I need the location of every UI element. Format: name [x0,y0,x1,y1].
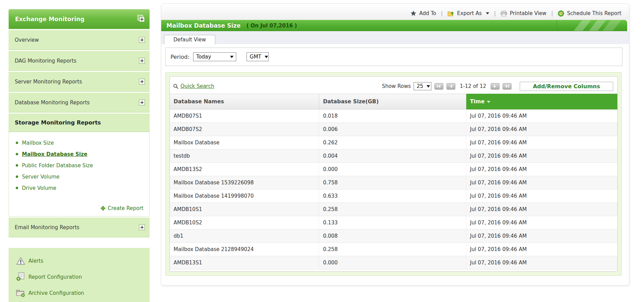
table-row[interactable]: Mailbox Database 15392260980.758Jul 07, … [170,176,617,189]
chevron-down-icon [230,56,233,58]
expand-icon[interactable] [139,224,145,230]
column-header-database-size[interactable]: Database Size(GB) [319,94,466,109]
sort-desc-icon [487,101,490,103]
table-row[interactable]: AMDB13S20.000Jul 07, 2016 09:46 AM [170,163,617,176]
db-size-cell: 0.633 [319,189,466,203]
table-row[interactable]: AMDB07S10.018Jul 07, 2016 09:46 AM [170,109,617,123]
timezone-select[interactable]: GMT [247,52,269,61]
report-title: Mailbox Database Size [166,22,241,29]
db-name-cell: AMDB10S2 [170,216,319,229]
sidebar-item-dag-monitoring[interactable]: DAG Monitoring Reports [9,51,150,71]
table-row[interactable]: AMDB07S20.006Jul 07, 2016 09:46 AM [170,123,617,136]
table-row[interactable]: Mailbox Database 14199980700.633Jul 07, … [170,189,617,203]
titlebar-decoration [557,20,627,31]
db-size-cell: 0.000 [319,256,466,270]
sidebar-header[interactable]: Exchange Monitoring [9,9,150,29]
expand-icon[interactable] [139,37,145,43]
column-header-database-names[interactable]: Database Names [170,94,319,109]
time-cell: Jul 07, 2016 09:46 AM [466,229,617,243]
plus-icon [101,206,105,211]
period-select[interactable]: Today [193,52,236,61]
previous-page-button[interactable] [446,83,455,90]
table-row[interactable]: AMDB10S20.133Jul 07, 2016 09:46 AM [170,216,617,229]
db-name-cell: Mailbox Database 1539226098 [170,176,319,189]
create-report-link[interactable]: Create Report [9,205,149,211]
alert-icon [15,256,26,266]
report-link-mailbox-size[interactable]: Mailbox Size [9,137,149,148]
table-container: Quick Search Show Rows 25 [165,72,622,276]
alerts-link[interactable]: Alerts [9,253,150,269]
schedule-report-button[interactable]: Schedule This Report [558,10,621,17]
db-size-cell: 0.018 [319,109,466,123]
sidebar: Exchange Monitoring Overview DAG Monitor… [9,9,150,237]
table-row[interactable]: db10.008Jul 07, 2016 09:46 AM [170,229,617,243]
table-row[interactable]: AMDB13S10.000Jul 07, 2016 09:46 AM [170,256,617,270]
column-header-time[interactable]: Time [466,94,617,109]
report-table: Database Names Database Size(GB) Time AM… [170,94,617,270]
db-size-cell: 0.258 [319,203,466,216]
db-size-cell: 0.262 [319,136,466,149]
table-row[interactable]: AMDB10S10.258Jul 07, 2016 09:46 AM [170,203,617,216]
sidebar-item-database-monitoring[interactable]: Database Monitoring Reports [9,93,150,113]
archive-configuration-link[interactable]: Archive Configuration [9,285,150,301]
table-row[interactable]: Mailbox Database 21289490240.258Jul 07, … [170,243,617,256]
show-rows-label: Show Rows [382,83,411,89]
first-page-button[interactable] [434,83,443,90]
sidebar-item-overview[interactable]: Overview [9,30,150,50]
add-to-button[interactable]: Add To [411,10,436,16]
expand-icon[interactable] [139,79,145,84]
db-name-cell: AMDB13S1 [170,256,319,270]
db-name-cell: testdb [170,149,319,163]
report-link-public-folder-database-size[interactable]: Public Folder Database Size [9,160,149,171]
printer-icon [501,11,507,16]
report-link-mailbox-database-size[interactable]: Mailbox Database Size [9,148,149,160]
db-name-cell: AMDB13S2 [170,163,319,176]
time-cell: Jul 07, 2016 09:46 AM [466,149,617,163]
report-link-server-volume[interactable]: Server Volume [9,171,149,182]
time-cell: Jul 07, 2016 09:46 AM [466,163,617,176]
report-panel: Add To | Export As | Printable Vi [161,3,629,286]
db-size-cell: 0.758 [319,176,466,189]
time-cell: Jul 07, 2016 09:46 AM [466,123,617,136]
db-size-cell: 0.008 [319,229,466,243]
expand-icon[interactable] [139,100,145,105]
star-icon [411,11,416,16]
next-page-button[interactable] [491,83,500,90]
table-row[interactable]: Mailbox Database0.262Jul 07, 2016 09:46 … [170,136,617,149]
quick-search-link[interactable]: Quick Search [173,83,214,89]
db-name-cell: db1 [170,229,319,243]
table-row[interactable]: testdb0.004Jul 07, 2016 09:46 AM [170,149,617,163]
sidebar-item-server-monitoring[interactable]: Server Monitoring Reports [9,72,150,92]
add-remove-columns-button[interactable]: Add/Remove Columns [520,82,613,91]
export-as-button[interactable]: Export As [447,10,489,16]
time-cell: Jul 07, 2016 09:46 AM [466,256,617,270]
printable-view-button[interactable]: Printable View [501,10,546,16]
last-page-button[interactable] [503,83,512,90]
tab-default-view[interactable]: Default View [164,35,215,44]
db-name-cell: Mailbox Database 1419998070 [170,189,319,203]
time-cell: Jul 07, 2016 09:46 AM [466,109,617,123]
sidebar-item-email-monitoring[interactable]: Email Monitoring Reports [9,218,150,237]
export-icon [447,11,454,16]
bullet-icon [16,175,18,178]
bullet-icon [16,187,18,189]
toolbar-separator: | [551,10,553,16]
db-size-cell: 0.004 [319,149,466,163]
schedule-icon [558,10,564,17]
db-size-cell: 0.000 [319,163,466,176]
db-name-cell: AMDB10S1 [170,203,319,216]
bullet-icon [16,153,18,155]
time-cell: Jul 07, 2016 09:46 AM [466,216,617,229]
db-size-cell: 0.006 [319,123,466,136]
chevron-down-icon [427,85,430,88]
sidebar-item-storage-monitoring[interactable]: Storage Monitoring Reports [9,114,150,132]
report-link-drive-volume[interactable]: Drive Volume [9,182,149,194]
show-rows-select[interactable]: 25 [414,82,431,90]
expand-icon[interactable] [139,58,145,64]
page-info: 1-12 of 12 [460,83,486,89]
report-configuration-link[interactable]: Report Configuration [9,269,150,285]
expand-all-icon[interactable] [137,15,145,24]
table-controls: Quick Search Show Rows 25 [170,77,617,94]
bullet-icon [16,142,18,144]
view-tabs: Default View [161,31,629,44]
